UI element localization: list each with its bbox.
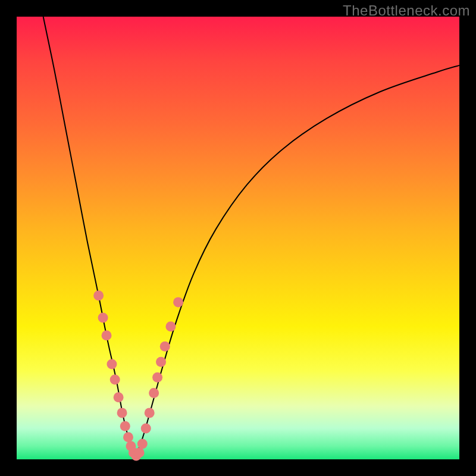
data-marker bbox=[137, 439, 148, 449]
data-marker bbox=[120, 421, 130, 431]
watermark-text: TheBottleneck.com bbox=[343, 2, 470, 19]
data-marker bbox=[123, 432, 133, 442]
data-marker bbox=[149, 388, 159, 398]
data-marker bbox=[165, 321, 176, 331]
data-marker bbox=[107, 359, 117, 369]
data-marker bbox=[145, 408, 155, 418]
data-marker bbox=[156, 357, 166, 367]
data-marker bbox=[152, 372, 162, 383]
data-marker bbox=[117, 408, 127, 418]
data-marker bbox=[160, 342, 170, 352]
data-marker bbox=[102, 330, 112, 340]
chart-svg bbox=[17, 17, 459, 459]
data-marker bbox=[173, 297, 183, 307]
data-marker bbox=[114, 392, 124, 402]
curve-right-branch bbox=[135, 65, 459, 457]
data-marker bbox=[141, 423, 151, 433]
chart-frame: TheBottleneck.com bbox=[0, 0, 476, 476]
marker-group bbox=[93, 290, 183, 461]
curve-left-branch bbox=[43, 17, 136, 457]
data-marker bbox=[110, 375, 120, 385]
data-marker bbox=[134, 447, 145, 458]
data-marker bbox=[93, 290, 104, 300]
plot-area bbox=[17, 17, 459, 459]
data-marker bbox=[98, 312, 108, 322]
